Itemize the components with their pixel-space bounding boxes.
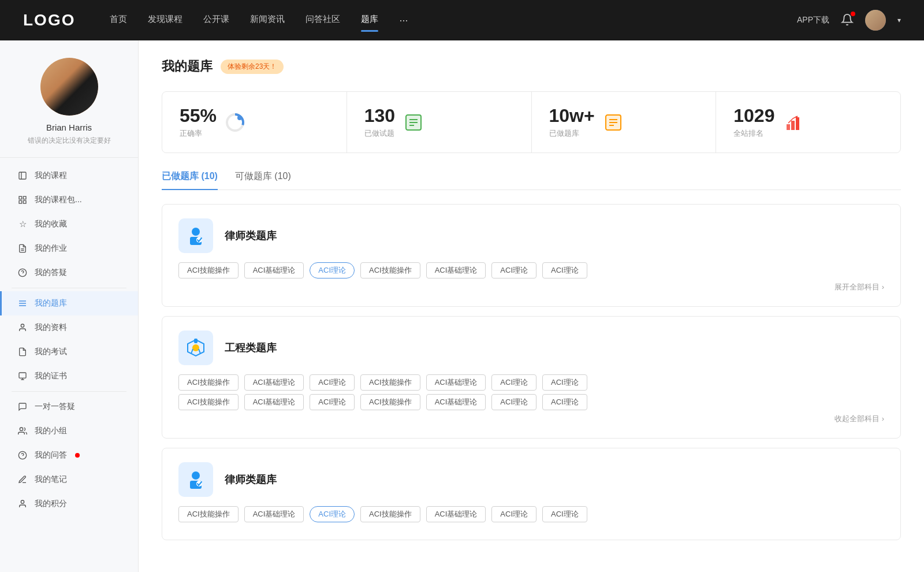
tag[interactable]: ACI理论 — [491, 374, 536, 391]
sidebar-item-notes[interactable]: 我的笔记 — [0, 467, 138, 492]
tag[interactable]: ACI技能操作 — [360, 262, 420, 278]
svg-rect-0 — [19, 172, 26, 179]
svg-point-10 — [21, 324, 24, 327]
sidebar-nav: 我的课程 我的课程包... ☆ 我的收藏 我的作业 — [0, 158, 138, 522]
bank-name-lawyer-1: 律师类题库 — [225, 229, 277, 243]
sidebar-item-label: 我的答疑 — [35, 268, 67, 278]
sidebar-item-label: 我的问答 — [35, 450, 67, 460]
tag[interactable]: ACI理论 — [542, 394, 587, 410]
sidebar-item-my-courses[interactable]: 我的课程 — [0, 164, 138, 188]
stat-rank-text: 1029 全站排名 — [733, 106, 774, 139]
avatar-chevron[interactable]: ▾ — [897, 16, 901, 24]
nav-more[interactable]: ··· — [399, 14, 408, 27]
sidebar-item-label: 我的考试 — [35, 347, 67, 357]
tab-done-banks[interactable]: 已做题库 (10) — [162, 170, 218, 190]
sidebar-item-label: 一对一答疑 — [35, 402, 75, 412]
sidebar-divider-1 — [12, 288, 126, 288]
nav-bank[interactable]: 题库 — [361, 14, 378, 27]
sidebar-item-label: 我的课程包... — [35, 195, 82, 205]
sidebar-item-exam[interactable]: 我的考试 — [0, 340, 138, 364]
sidebar-item-group[interactable]: 我的小组 — [0, 419, 138, 443]
sidebar-item-cert[interactable]: 我的证书 — [0, 364, 138, 388]
svg-rect-30 — [791, 121, 795, 130]
tag[interactable]: ACI理论 — [542, 262, 587, 278]
bank-list: 律师类题库 ACI技能操作 ACI基础理论 ACI理论 ACI技能操作 ACI基… — [162, 204, 901, 549]
nav-home[interactable]: 首页 — [110, 14, 127, 27]
stat-accuracy: 55% 正确率 — [162, 92, 347, 153]
sidebar-item-favorites[interactable]: ☆ 我的收藏 — [0, 212, 138, 236]
tag[interactable]: ACI技能操作 — [178, 262, 239, 278]
stat-rank: 1029 全站排名 — [716, 92, 900, 153]
stat-rank-value: 1029 — [733, 106, 774, 126]
tag-active[interactable]: ACI理论 — [310, 506, 355, 522]
sidebar-item-homework[interactable]: 我的作业 — [0, 236, 138, 261]
sidebar-item-points[interactable]: 我的积分 — [0, 492, 138, 516]
tag[interactable]: ACI技能操作 — [178, 394, 239, 410]
cert-icon — [17, 371, 28, 381]
layout: Brian Harris 错误的决定比没有决定要好 我的课程 我的课程包... … — [0, 40, 924, 572]
tag[interactable]: ACI基础理论 — [244, 374, 304, 391]
tag[interactable]: ACI理论 — [542, 506, 587, 522]
stat-done-banks: 10w+ 已做题库 — [532, 92, 717, 153]
app-download-button[interactable]: APP下载 — [797, 15, 829, 25]
logo[interactable]: LOGO — [23, 11, 75, 29]
sidebar-item-profile[interactable]: 我的资料 — [0, 315, 138, 340]
tag[interactable]: ACI基础理论 — [426, 262, 486, 278]
tag[interactable]: ACI基础理论 — [426, 506, 486, 522]
svg-point-15 — [21, 500, 24, 503]
tag-active[interactable]: ACI理论 — [310, 262, 355, 278]
page-title: 我的题库 — [162, 58, 213, 75]
avatar[interactable] — [865, 10, 886, 31]
stat-done-q-label: 已做试题 — [364, 128, 395, 139]
sidebar-item-1on1[interactable]: 一对一答疑 — [0, 395, 138, 419]
nav-discover[interactable]: 发现课程 — [148, 14, 182, 27]
favorites-icon: ☆ — [17, 219, 28, 229]
svg-point-36 — [192, 344, 199, 351]
expand-link-lawyer-1[interactable]: 展开全部科目 › — [178, 282, 884, 292]
stat-done-q-text: 130 已做试题 — [364, 106, 395, 139]
notification-bell[interactable] — [841, 13, 854, 28]
avatar-image — [865, 10, 886, 31]
stat-done-b-label: 已做题库 — [549, 128, 595, 139]
tag[interactable]: ACI技能操作 — [360, 374, 420, 391]
tag[interactable]: ACI基础理论 — [244, 506, 304, 522]
bank-tags-engineer: ACI技能操作 ACI基础理论 ACI理论 ACI技能操作 ACI基础理论 AC… — [178, 374, 884, 424]
tag[interactable]: ACI基础理论 — [244, 262, 304, 278]
profile-icon — [17, 322, 28, 333]
bank-card-lawyer-1: 律师类题库 ACI技能操作 ACI基础理论 ACI理论 ACI技能操作 ACI基… — [162, 204, 901, 307]
navbar: LOGO 首页 发现课程 公开课 新闻资讯 问答社区 题库 ··· APP下载 … — [0, 0, 924, 40]
nav-news[interactable]: 新闻资讯 — [250, 14, 285, 27]
tag[interactable]: ACI理论 — [491, 262, 536, 278]
tag[interactable]: ACI基础理论 — [244, 394, 304, 410]
sidebar-item-bank[interactable]: 我的题库 — [0, 291, 138, 315]
collapse-link-engineer[interactable]: 收起全部科目 › — [178, 414, 884, 424]
tag[interactable]: ACI理论 — [310, 394, 355, 410]
tag[interactable]: ACI技能操作 — [178, 506, 239, 522]
my-courses-icon — [17, 170, 28, 181]
stat-rank-label: 全站排名 — [733, 128, 774, 139]
tag[interactable]: ACI理论 — [491, 506, 536, 522]
1on1-icon — [17, 402, 28, 412]
tag[interactable]: ACI技能操作 — [360, 394, 420, 410]
tag[interactable]: ACI理论 — [310, 374, 355, 391]
tab-available-banks[interactable]: 可做题库 (10) — [235, 170, 291, 190]
tag[interactable]: ACI基础理论 — [426, 374, 486, 391]
bank-name-engineer: 工程类题库 — [225, 341, 277, 355]
nav-opencourse[interactable]: 公开课 — [203, 14, 229, 27]
svg-rect-29 — [787, 124, 790, 130]
stat-done-b-value: 10w+ — [549, 106, 595, 126]
tag[interactable]: ACI技能操作 — [178, 374, 239, 391]
nav-qa[interactable]: 问答社区 — [305, 14, 340, 27]
sidebar-item-questions[interactable]: 我的问答 — [0, 443, 138, 467]
sidebar-item-my-qa[interactable]: 我的答疑 — [0, 261, 138, 285]
stats-row: 55% 正确率 130 已做试题 — [162, 91, 901, 153]
lawyer-bank-icon-2 — [178, 462, 213, 497]
tag[interactable]: ACI基础理论 — [426, 394, 486, 410]
my-qa-icon — [17, 268, 28, 278]
sidebar-item-course-pack[interactable]: 我的课程包... — [0, 188, 138, 212]
tag[interactable]: ACI技能操作 — [360, 506, 420, 522]
group-icon — [17, 426, 28, 436]
tag[interactable]: ACI理论 — [491, 394, 536, 410]
profile-motto: 错误的决定比没有决定要好 — [28, 136, 111, 146]
tag[interactable]: ACI理论 — [542, 374, 587, 391]
